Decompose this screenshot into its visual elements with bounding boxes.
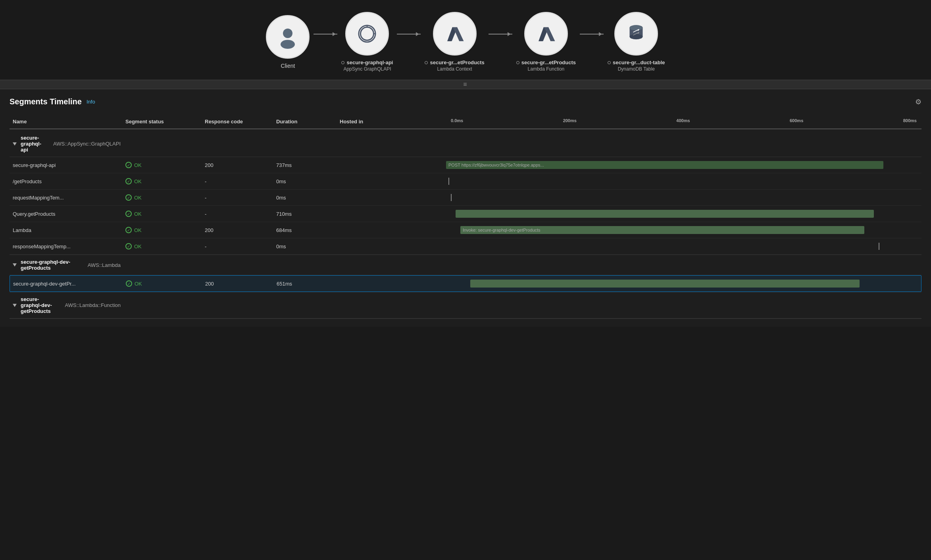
group-type-appsync: AWS::AppSync::GraphQLAPI bbox=[53, 141, 121, 147]
row-timeline-secure-graphql-api: POST https://zf6jbwvouvcr3lq75e7otnlqpe.… bbox=[446, 160, 921, 170]
lambda-context-icon bbox=[443, 22, 467, 46]
row-hosted-secure-graphql-api bbox=[335, 163, 446, 167]
row-code-getproducts: - bbox=[200, 177, 271, 186]
group-header-lambda: secure-graphql-dev-getProducts AWS::Lamb… bbox=[10, 255, 921, 275]
row-code-secure-graphql-api: 200 bbox=[200, 161, 271, 170]
flow-node-client[interactable]: Client bbox=[266, 15, 310, 69]
divider-icon: ≡ bbox=[463, 81, 467, 88]
header-name: Name bbox=[10, 117, 121, 126]
timeline-label-lambda: Invoke: secure-graphql-dev-getProducts bbox=[463, 228, 541, 232]
person-icon bbox=[276, 25, 300, 49]
flow-diagram: Client secure-graphql-api AppSync GraphQ… bbox=[0, 0, 931, 80]
gear-icon[interactable]: ⚙ bbox=[915, 98, 921, 106]
row-hosted-query-getproducts bbox=[335, 212, 446, 215]
flow-node-lambda-context[interactable]: secure-gr...etProducts Lambda Context bbox=[425, 12, 484, 72]
row-responsemapping[interactable]: responseMappingTemp... ✓ OK - 0ms bbox=[10, 238, 921, 255]
row-hosted-lambda-dev bbox=[335, 282, 446, 285]
row-code-lambda: 200 bbox=[200, 226, 271, 235]
row-name-responsemapping: responseMappingTemp... bbox=[10, 242, 121, 251]
scale-0: 0.0ms bbox=[451, 118, 463, 123]
expand-icon-appsync[interactable] bbox=[13, 142, 17, 146]
group-header-name-lambda-function: secure-graphql-dev-getProducts AWS::Lamb… bbox=[10, 296, 121, 314]
row-lambda-dev[interactable]: secure-graphql-dev-getPr... ✓ OK 200 651… bbox=[10, 275, 921, 292]
arrow-3 bbox=[485, 34, 516, 35]
lambda-function-name: secure-gr...etProducts bbox=[521, 59, 576, 65]
timeline-label-secure-graphql-api: POST https://zf6jbwvouvcr3lq75e7otnlqpe.… bbox=[448, 163, 544, 167]
row-timeline-lambda: Invoke: secure-graphql-dev-getProducts bbox=[446, 225, 921, 235]
svg-point-12 bbox=[630, 25, 643, 31]
row-timeline-getproducts bbox=[446, 176, 921, 186]
dynamodb-icon bbox=[624, 22, 648, 46]
lambda-context-type: Lambda Context bbox=[425, 66, 484, 72]
timeline-marker-getproducts bbox=[448, 178, 449, 185]
segments-timeline-section: Segments Timeline Info ⚙ Name Segment st… bbox=[0, 89, 931, 327]
ok-icon: ✓ bbox=[125, 162, 132, 168]
ok-icon-5: ✓ bbox=[125, 227, 132, 233]
row-getproducts[interactable]: /getProducts ✓ OK - 0ms bbox=[10, 173, 921, 190]
info-link[interactable]: Info bbox=[87, 99, 95, 105]
group-lambda-function: secure-graphql-dev-getProducts AWS::Lamb… bbox=[10, 292, 921, 319]
group-appsync: secure-graphql-api AWS::AppSync::GraphQL… bbox=[10, 131, 921, 255]
row-timeline-requestmapping bbox=[446, 193, 921, 202]
row-code-query-getproducts: - bbox=[200, 209, 271, 219]
timeline-bar-lambda-dev bbox=[470, 280, 860, 288]
row-duration-responsemapping: 0ms bbox=[271, 242, 335, 251]
group-name-lambda-function: secure-graphql-dev-getProducts bbox=[21, 296, 59, 314]
row-code-lambda-dev: 200 bbox=[200, 279, 272, 288]
timeline-scale: 0.0ms 200ms 400ms 600ms 800ms bbox=[451, 118, 917, 125]
group-type-lambda-function: AWS::Lambda::Function bbox=[65, 302, 121, 308]
scale-3: 600ms bbox=[790, 118, 803, 123]
section-title: Segments Timeline bbox=[10, 97, 82, 106]
appsync-type: AppSync GraphQLAPI bbox=[341, 66, 393, 72]
expand-icon-lambda-function[interactable] bbox=[13, 304, 17, 307]
group-header-name-cell: secure-graphql-api AWS::AppSync::GraphQL… bbox=[10, 135, 121, 153]
row-secure-graphql-api[interactable]: secure-graphql-api ✓ OK 200 737ms POST h… bbox=[10, 157, 921, 173]
timeline-bar-secure-graphql-api: POST https://zf6jbwvouvcr3lq75e7otnlqpe.… bbox=[446, 161, 883, 169]
group-header-appsync: secure-graphql-api AWS::AppSync::GraphQL… bbox=[10, 131, 921, 157]
header-response: Response code bbox=[200, 117, 271, 126]
row-duration-lambda-dev: 651ms bbox=[272, 279, 335, 288]
row-status-responsemapping: ✓ OK bbox=[121, 242, 200, 251]
dynamodb-type: DynamoDB Table bbox=[608, 66, 665, 72]
scale-4: 800ms bbox=[903, 118, 917, 123]
row-name-query-getproducts: Query.getProducts bbox=[10, 209, 121, 219]
expand-icon-lambda[interactable] bbox=[13, 263, 17, 267]
row-timeline-query-getproducts bbox=[446, 209, 921, 219]
lambda-function-circle bbox=[524, 12, 568, 56]
flow-node-appsync[interactable]: secure-graphql-api AppSync GraphQLAPI bbox=[341, 12, 393, 72]
ok-icon-6: ✓ bbox=[125, 243, 132, 249]
row-hosted-responsemapping bbox=[335, 245, 446, 248]
client-circle bbox=[266, 15, 310, 59]
row-name-getproducts: /getProducts bbox=[10, 177, 121, 186]
appsync-name: secure-graphql-api bbox=[346, 59, 393, 65]
row-code-responsemapping: - bbox=[200, 242, 271, 251]
row-status-secure-graphql-api: ✓ OK bbox=[121, 160, 200, 170]
group-header-lambda-function: secure-graphql-dev-getProducts AWS::Lamb… bbox=[10, 292, 921, 318]
dynamodb-circle bbox=[614, 12, 658, 56]
flow-node-dynamodb[interactable]: secure-gr...duct-table DynamoDB Table bbox=[608, 12, 665, 72]
row-lambda[interactable]: Lambda ✓ OK 200 684ms Invoke: secure-gra… bbox=[10, 222, 921, 238]
group-name-lambda: secure-graphql-dev-getProducts bbox=[21, 259, 81, 271]
header-timeline: 0.0ms 200ms 400ms 600ms 800ms bbox=[446, 117, 921, 126]
arrow-1 bbox=[310, 34, 341, 35]
group-lambda: secure-graphql-dev-getProducts AWS::Lamb… bbox=[10, 255, 921, 292]
header-hosted: Hosted in bbox=[335, 117, 446, 126]
row-requestmapping[interactable]: requestMappingTem... ✓ OK - 0ms bbox=[10, 190, 921, 206]
ok-icon-4: ✓ bbox=[125, 211, 132, 217]
flow-node-lambda-function[interactable]: secure-gr...etProducts Lambda Function bbox=[516, 12, 576, 72]
resize-divider[interactable]: ≡ bbox=[0, 80, 931, 89]
lambda-function-dot bbox=[516, 61, 519, 64]
scale-1: 200ms bbox=[563, 118, 577, 123]
header-status: Segment status bbox=[121, 117, 200, 126]
arrow-2 bbox=[393, 34, 425, 35]
svg-point-2 bbox=[359, 25, 375, 42]
appsync-dot bbox=[341, 61, 344, 64]
arrow-4 bbox=[576, 34, 608, 35]
row-duration-getproducts: 0ms bbox=[271, 177, 335, 186]
lambda-context-circle bbox=[433, 12, 477, 56]
lambda-context-name: secure-gr...etProducts bbox=[430, 59, 484, 65]
appsync-circle bbox=[345, 12, 389, 56]
row-duration-secure-graphql-api: 737ms bbox=[271, 161, 335, 170]
row-name-requestmapping: requestMappingTem... bbox=[10, 193, 121, 202]
row-query-getproducts[interactable]: Query.getProducts ✓ OK - 710ms bbox=[10, 206, 921, 222]
